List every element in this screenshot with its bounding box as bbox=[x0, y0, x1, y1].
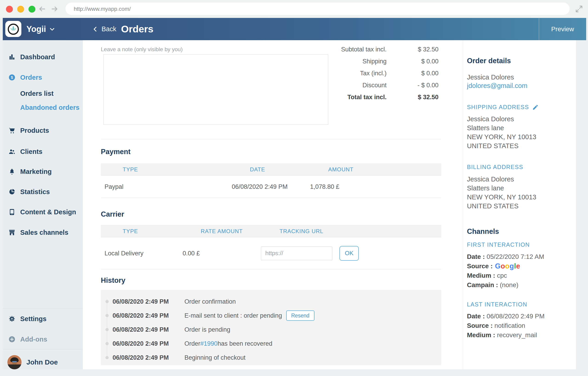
customer-email-link[interactable]: jdolores@gmail.com bbox=[467, 82, 527, 90]
back-button[interactable]: Back bbox=[92, 18, 116, 40]
browser-back-icon[interactable] bbox=[38, 5, 46, 13]
edit-pencil-icon[interactable] bbox=[532, 104, 539, 110]
address-bar[interactable] bbox=[65, 2, 570, 15]
carrier-rate: 0.00 £ bbox=[183, 250, 200, 257]
address-line: Slatters lane bbox=[467, 184, 536, 193]
total-value: $ 0.00 bbox=[387, 70, 439, 77]
source-label: Source : bbox=[467, 322, 493, 329]
sidebar-item-content-design[interactable]: Content & Design bbox=[3, 205, 83, 219]
chevron-left-icon bbox=[92, 26, 98, 33]
address-line: Slatters lane bbox=[467, 124, 536, 133]
sidebar-item-dashboard[interactable]: Dashboard bbox=[3, 50, 83, 64]
svg-text:$: $ bbox=[11, 75, 13, 80]
avatar bbox=[7, 355, 21, 369]
billing-address-label: BILLING ADDRESS bbox=[467, 164, 523, 170]
address-line: Jessica Dolores bbox=[467, 175, 536, 184]
history-date: 06/08/2020 2:49 PM bbox=[113, 340, 169, 347]
order-number-link[interactable]: #1990 bbox=[200, 340, 218, 347]
history-date: 06/08/2020 2:49 PM bbox=[113, 326, 169, 333]
payment-table-header: TYPE DATE AMOUNT bbox=[101, 164, 441, 176]
total-row: Subtotal tax incl.$ 32.50 bbox=[288, 43, 439, 55]
total-value: $ 32.50 bbox=[387, 94, 439, 101]
shipping-address: Jessica Dolores Slatters lane NEW YORK, … bbox=[467, 115, 536, 150]
minimize-window-button[interactable] bbox=[17, 6, 24, 13]
sidebar-item-label: Sales channels bbox=[20, 229, 68, 236]
yogii-logo-icon[interactable] bbox=[5, 21, 21, 37]
history-row: 06/08/2020 2:49 PM E-mail sent to client… bbox=[101, 308, 441, 323]
timeline-dot-icon bbox=[105, 356, 109, 359]
user-name: John Doe bbox=[26, 358, 58, 366]
sidebar-item-label: Statistics bbox=[20, 188, 50, 196]
sidebar-item-marketing[interactable]: Marketing bbox=[3, 165, 83, 178]
sidebar: Dashboard $ Orders Orders list Abandoned… bbox=[3, 40, 83, 369]
sidebar-item-label: Content & Design bbox=[20, 208, 76, 216]
history-row: 06/08/2020 2:49 PM Order is pending bbox=[101, 323, 441, 336]
expand-window-icon[interactable] bbox=[575, 5, 583, 13]
column-header-amount: AMOUNT bbox=[328, 166, 354, 173]
preview-button[interactable]: Preview bbox=[539, 18, 586, 40]
sidebar-item-sales-channels[interactable]: Sales channels bbox=[3, 226, 83, 239]
payment-type: Paypal bbox=[105, 183, 124, 190]
carrier-table-header: TYPE RATE AMOUNT TRACKING URL bbox=[101, 225, 441, 237]
tracking-ok-button[interactable]: OK bbox=[339, 246, 359, 261]
page-gutter bbox=[576, 40, 586, 369]
close-window-button[interactable] bbox=[6, 6, 13, 13]
maximize-window-button[interactable] bbox=[29, 6, 35, 13]
url-input[interactable] bbox=[73, 2, 534, 15]
user-menu[interactable]: John Doe bbox=[3, 355, 83, 369]
sidebar-item-settings[interactable]: Settings bbox=[3, 312, 83, 326]
sidebar-item-orders[interactable]: $ Orders bbox=[3, 71, 83, 84]
history-row: 06/08/2020 2:49 PM Order confirmation bbox=[101, 294, 441, 308]
sidebar-item-add-ons[interactable]: Add-ons bbox=[3, 332, 83, 346]
resend-button[interactable]: Resend bbox=[286, 310, 315, 321]
total-label: Discount bbox=[288, 82, 387, 89]
medium-value: recovery_mail bbox=[497, 331, 537, 339]
billing-address-header: BILLING ADDRESS bbox=[467, 164, 523, 170]
google-letter: g bbox=[510, 262, 514, 270]
sidebar-item-label: Marketing bbox=[20, 168, 52, 176]
total-value: $ 32.50 bbox=[387, 46, 439, 53]
history-row: 06/08/2020 2:49 PM Order #1990 has been … bbox=[101, 336, 441, 351]
total-label: Tax (incl.) bbox=[288, 70, 387, 77]
history-row: 06/08/2020 2:49 PM Beginning of checkout bbox=[101, 351, 441, 365]
source-label: Source : bbox=[467, 261, 493, 271]
google-logo: Google bbox=[495, 261, 520, 271]
google-letter: G bbox=[495, 262, 501, 270]
carrier-row: Local Delivery 0.00 £ OK bbox=[101, 237, 441, 269]
history-event: E-mail sent to client : order pending bbox=[184, 312, 282, 319]
campaign-value: (none) bbox=[500, 281, 518, 289]
google-letter: o bbox=[501, 262, 505, 270]
browser-chrome bbox=[0, 0, 588, 18]
order-details-panel: Order details Jessica Dolores jdolores@g… bbox=[463, 40, 576, 369]
history-event: Order is pending bbox=[184, 326, 230, 333]
workspace-switcher[interactable]: Yogii bbox=[26, 18, 55, 40]
column-header-type: TYPE bbox=[123, 166, 138, 173]
history-date: 06/08/2020 2:49 PM bbox=[113, 312, 169, 319]
pie-chart-icon bbox=[9, 188, 15, 195]
column-header-type: TYPE bbox=[123, 228, 138, 235]
total-value: - $ 0.00 bbox=[387, 82, 439, 89]
sidebar-divider bbox=[3, 308, 83, 308]
google-letter: o bbox=[505, 262, 509, 270]
payment-row: Paypal 06/08/2020 2:49 PM 1,078.80 £ bbox=[101, 176, 441, 198]
source-value: notification bbox=[494, 322, 525, 329]
users-icon bbox=[9, 148, 15, 155]
timeline-dot-icon bbox=[105, 342, 109, 345]
sidebar-item-products[interactable]: Products bbox=[3, 124, 83, 137]
column-header-tracking-url: TRACKING URL bbox=[280, 228, 323, 235]
sidebar-item-abandoned-orders[interactable]: Abandoned orders bbox=[3, 101, 83, 114]
app-header: Yogii Back Orders Preview bbox=[3, 18, 586, 40]
storefront-icon bbox=[9, 229, 15, 236]
history-date: 06/08/2020 2:49 PM bbox=[113, 298, 169, 305]
first-interaction-label: FIRST INTERACTION bbox=[467, 241, 530, 248]
sidebar-item-label: Orders list bbox=[20, 90, 53, 97]
date-label: Date : bbox=[467, 313, 485, 320]
history-event: has been recovered bbox=[218, 340, 273, 347]
sidebar-item-statistics[interactable]: Statistics bbox=[3, 185, 83, 199]
total-row: Total tax incl.$ 32.50 bbox=[288, 91, 439, 103]
browser-forward-icon[interactable] bbox=[51, 5, 59, 13]
sidebar-item-orders-list[interactable]: Orders list bbox=[3, 87, 83, 100]
sidebar-item-clients[interactable]: Clients bbox=[3, 145, 83, 158]
tracking-url-input[interactable] bbox=[261, 246, 332, 260]
billing-address: Jessica Dolores Slatters lane NEW YORK, … bbox=[467, 175, 536, 211]
